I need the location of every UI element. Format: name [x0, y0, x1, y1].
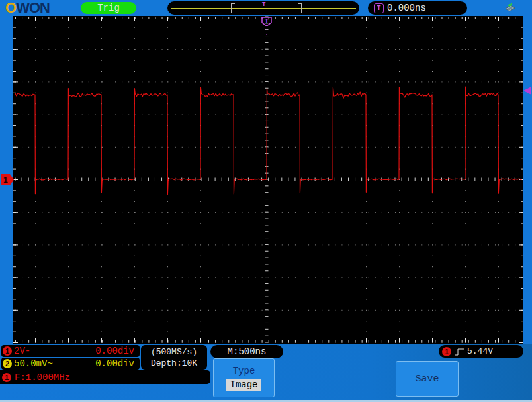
- save-label: Save: [415, 374, 439, 385]
- trigger-position-t: T: [265, 18, 269, 25]
- ch1-badge: 1: [3, 346, 12, 356]
- trigger-level-arrow-icon: [523, 87, 531, 95]
- usb-storage-icon: [503, 2, 516, 17]
- logo-o: O: [5, 0, 16, 16]
- save-button[interactable]: Save: [396, 361, 459, 397]
- freq-channel-badge: 1: [2, 373, 11, 382]
- type-selected-value[interactable]: Image: [226, 379, 261, 391]
- ch1-status-readout: 1 2V- 0.00div: [1, 345, 140, 357]
- owon-logo: OWON: [5, 0, 50, 16]
- sample-rate: (500MS/s): [151, 346, 197, 358]
- ch1-scale: 2V-: [14, 346, 30, 356]
- trigger-time-value: 0.000ns: [387, 3, 426, 13]
- trigger-t-icon: T: [374, 3, 384, 13]
- record-line: [171, 8, 356, 9]
- ch2-scale: 50.0mV~: [14, 358, 53, 369]
- oscilloscope-screen: OWON Trig T T 0.000ns T 1 1: [0, 0, 532, 402]
- status-menu-bar: 1 2V- 0.00div 2 50.0mV~ 0.00div (500MS/s…: [0, 344, 532, 402]
- logo-won: WON: [16, 0, 50, 16]
- type-menu-button[interactable]: Type Image: [213, 358, 275, 397]
- ch2-status-readout: 2 50.0mV~ 0.00div: [1, 358, 140, 370]
- ch2-badge: 2: [3, 359, 12, 368]
- ch2-position: 0.00div: [95, 358, 134, 369]
- ch1-position: 0.00div: [95, 346, 134, 356]
- ch1-marker-label: 1: [3, 176, 8, 185]
- record-depth: Depth:10K: [151, 358, 197, 369]
- trigger-level-readout: 1 5.44V: [439, 345, 523, 358]
- timebase-readout: M:500ns: [210, 345, 283, 358]
- trigger-level-value: 5.44V: [467, 346, 493, 356]
- acquisition-readout: (500MS/s) Depth:10K: [141, 345, 207, 370]
- window-bracket-right: [298, 3, 302, 13]
- waveform-display: T: [13, 16, 523, 344]
- trigger-status-badge: Trig: [81, 2, 136, 14]
- ch1-level-marker: 1: [1, 174, 14, 185]
- rising-edge-icon: [454, 348, 465, 356]
- type-label: Type: [233, 366, 255, 376]
- frequency-value: F:1.000MHz: [15, 372, 70, 383]
- trigger-channel-badge: 1: [442, 347, 451, 356]
- trigger-time-readout: T 0.000ns: [368, 1, 467, 15]
- frequency-readout: 1 F:1.000MHz: [0, 370, 210, 384]
- window-trigger-icon: T: [262, 1, 265, 8]
- horizontal-window-indicator: T: [167, 1, 359, 15]
- window-bracket-left: [231, 3, 235, 13]
